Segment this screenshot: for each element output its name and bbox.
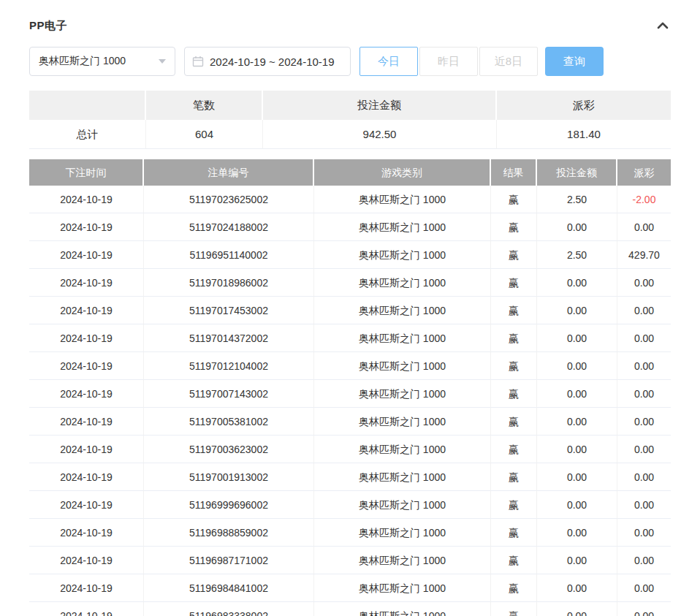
game-category-cell: 奥林匹斯之门 1000 [314, 436, 491, 463]
bet-time-cell: 2024-10-19 [29, 463, 144, 491]
result-cell: 赢 [491, 380, 537, 408]
bet-number-cell: 51197003623002 [144, 436, 314, 463]
bet-time-cell: 2024-10-19 [29, 519, 144, 547]
bet-time-cell: 2024-10-19 [29, 241, 144, 269]
table-row: 2024-10-19 51196984841002 奥林匹斯之门 1000 赢 … [29, 574, 671, 602]
table-row: 2024-10-19 51197007143002 奥林匹斯之门 1000 赢 … [29, 380, 671, 408]
result-cell: 赢 [491, 213, 537, 241]
result-cell: 赢 [491, 491, 537, 519]
table-row: 2024-10-19 51197017453002 奥林匹斯之门 1000 赢 … [29, 297, 671, 324]
bet-table-header: 下注时间 注单编号 游戏类别 结果 投注金额 派彩 [29, 159, 671, 186]
result-cell: 赢 [491, 241, 537, 269]
bet-amount-cell: 0.00 [537, 436, 617, 463]
summary-total-count: 604 [146, 120, 263, 149]
summary-table: 笔数 投注金额 派彩 总计 604 942.50 181.40 [29, 91, 671, 149]
bet-amount-cell: 0.00 [537, 491, 617, 519]
table-row: 2024-10-19 51196999696002 奥林匹斯之门 1000 赢 … [29, 491, 671, 519]
payout-cell: 0.00 [617, 436, 671, 463]
bet-time-cell: 2024-10-19 [29, 574, 144, 602]
bet-time-cell: 2024-10-19 [29, 324, 144, 352]
summary-header-bet-amount: 投注金额 [263, 91, 497, 120]
payout-cell: 0.00 [617, 269, 671, 297]
table-row: 2024-10-19 51196987171002 奥林匹斯之门 1000 赢 … [29, 547, 671, 574]
bet-number-cell: 51197007143002 [144, 380, 314, 408]
game-category-cell: 奥林匹斯之门 1000 [314, 408, 491, 436]
game-category-cell: 奥林匹斯之门 1000 [314, 186, 491, 213]
column-header-game-category: 游戏类别 [314, 159, 491, 186]
calendar-icon [192, 56, 204, 67]
bet-time-cell: 2024-10-19 [29, 269, 144, 297]
result-cell: 赢 [491, 463, 537, 491]
payout-cell: 0.00 [617, 491, 671, 519]
result-cell: 赢 [491, 352, 537, 380]
result-cell: 赢 [491, 602, 537, 616]
quick-button-yesterday[interactable]: 昨日 [419, 47, 478, 76]
result-cell: 赢 [491, 297, 537, 324]
table-row: 2024-10-19 51197001913002 奥林匹斯之门 1000 赢 … [29, 463, 671, 491]
bet-amount-cell: 0.00 [537, 380, 617, 408]
bet-time-cell: 2024-10-19 [29, 352, 144, 380]
result-cell: 赢 [491, 519, 537, 547]
game-category-cell: 奥林匹斯之门 1000 [314, 380, 491, 408]
column-header-bet-time: 下注时间 [29, 159, 144, 186]
bet-time-cell: 2024-10-19 [29, 436, 144, 463]
quick-button-last-8-days[interactable]: 近8日 [479, 47, 538, 76]
panel-header: PP电子 [29, 15, 671, 37]
payout-cell: 0.00 [617, 213, 671, 241]
bet-amount-cell: 0.00 [537, 269, 617, 297]
bet-number-cell: 51196987171002 [144, 547, 314, 574]
game-category-cell: 奥林匹斯之门 1000 [314, 574, 491, 602]
bet-table-body: 2024-10-19 51197023625002 奥林匹斯之门 1000 赢 … [29, 186, 671, 616]
bet-time-cell: 2024-10-19 [29, 491, 144, 519]
bet-amount-cell: 2.50 [537, 241, 617, 269]
summary-total-bet-amount: 942.50 [263, 120, 497, 149]
result-cell: 赢 [491, 547, 537, 574]
bet-number-cell: 51197023625002 [144, 186, 314, 213]
table-row: 2024-10-19 51196983338002 奥林匹斯之门 1000 赢 … [29, 602, 671, 616]
result-cell: 赢 [491, 408, 537, 436]
game-category-cell: 奥林匹斯之门 1000 [314, 297, 491, 324]
bet-number-cell: 51197024188002 [144, 213, 314, 241]
result-cell: 赢 [491, 186, 537, 213]
bet-number-cell: 51196983338002 [144, 602, 314, 616]
bet-number-cell: 51197012104002 [144, 352, 314, 380]
pp-electronic-panel: PP电子 奥林匹斯之门 1000 2024-10-19 ~ 2024-10-19 [0, 0, 700, 616]
bet-number-cell: 51196988859002 [144, 519, 314, 547]
bet-time-cell: 2024-10-19 [29, 408, 144, 436]
game-select-value: 奥林匹斯之门 1000 [39, 55, 126, 68]
bet-amount-cell: 0.00 [537, 574, 617, 602]
bet-amount-cell: 0.00 [537, 297, 617, 324]
payout-cell: -2.00 [617, 186, 671, 213]
game-category-cell: 奥林匹斯之门 1000 [314, 324, 491, 352]
date-range-picker[interactable]: 2024-10-19 ~ 2024-10-19 [184, 47, 351, 76]
payout-cell: 0.00 [617, 463, 671, 491]
bet-amount-cell: 0.00 [537, 602, 617, 616]
payout-cell: 0.00 [617, 380, 671, 408]
bet-amount-cell: 0.00 [537, 463, 617, 491]
bet-amount-cell: 2.50 [537, 186, 617, 213]
bet-amount-cell: 0.00 [537, 408, 617, 436]
result-cell: 赢 [491, 324, 537, 352]
bet-number-cell: 51196951140002 [144, 241, 314, 269]
game-category-cell: 奥林匹斯之门 1000 [314, 352, 491, 380]
table-row: 2024-10-19 51197018986002 奥林匹斯之门 1000 赢 … [29, 269, 671, 297]
game-category-cell: 奥林匹斯之门 1000 [314, 269, 491, 297]
game-select[interactable]: 奥林匹斯之门 1000 [29, 47, 175, 76]
bet-number-cell: 51197018986002 [144, 269, 314, 297]
payout-cell: 0.00 [617, 519, 671, 547]
bet-time-cell: 2024-10-19 [29, 547, 144, 574]
collapse-chevron-up-icon[interactable] [655, 18, 671, 34]
game-category-cell: 奥林匹斯之门 1000 [314, 547, 491, 574]
quick-button-today[interactable]: 今日 [359, 47, 418, 76]
table-row: 2024-10-19 51197005381002 奥林匹斯之门 1000 赢 … [29, 408, 671, 436]
query-button[interactable]: 查询 [545, 47, 604, 76]
column-header-bet-number: 注单编号 [144, 159, 314, 186]
game-category-cell: 奥林匹斯之门 1000 [314, 213, 491, 241]
bet-number-cell: 51196984841002 [144, 574, 314, 602]
payout-cell: 0.00 [617, 574, 671, 602]
game-category-cell: 奥林匹斯之门 1000 [314, 602, 491, 616]
chevron-down-icon [159, 59, 166, 64]
result-cell: 赢 [491, 574, 537, 602]
table-row: 2024-10-19 51196988859002 奥林匹斯之门 1000 赢 … [29, 519, 671, 547]
bet-time-cell: 2024-10-19 [29, 602, 144, 616]
